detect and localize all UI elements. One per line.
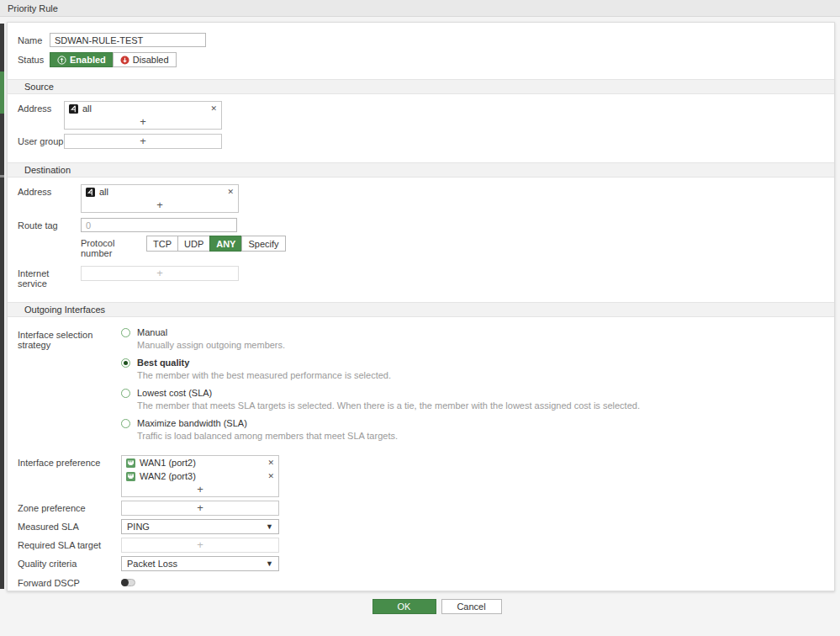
zone-preference-row: Zone preference + xyxy=(18,501,834,516)
destination-section-header: Destination xyxy=(8,162,834,178)
cancel-button[interactable]: Cancel xyxy=(441,599,502,614)
protocol-udp-button[interactable]: UDP xyxy=(177,236,210,252)
radio-desc: Traffic is load balanced among members t… xyxy=(137,431,640,441)
radio-desc: The member with the best measured perfor… xyxy=(137,370,640,380)
destination-address-box: all ✕ + xyxy=(81,184,239,213)
chevron-down-icon: ▼ xyxy=(266,559,273,568)
arrow-up-circle-icon xyxy=(57,56,66,65)
status-enabled-button[interactable]: Enabled xyxy=(50,52,114,67)
destination-address-add-button[interactable]: + xyxy=(82,199,238,212)
source-section-header: Source xyxy=(8,79,834,94)
remove-icon[interactable]: ✕ xyxy=(267,469,274,483)
radio-icon-selected xyxy=(121,358,130,368)
priority-rule-form: Name Status Enabled Disabled Source Addr… xyxy=(7,22,835,591)
ethernet-port-icon xyxy=(126,472,135,481)
interface-preference-add-button[interactable]: + xyxy=(122,483,278,496)
radio-label: Maximize bandwidth (SLA) xyxy=(137,418,247,428)
protocol-any-button[interactable]: ANY xyxy=(209,236,242,252)
protocol-number-row: Protocol number TCP UDP ANY Specify xyxy=(18,236,834,258)
forward-dscp-label: Forward DSCP xyxy=(18,575,121,588)
status-row: Status Enabled Disabled xyxy=(18,52,834,67)
internet-service-row: Internet service + xyxy=(18,266,834,289)
outgoing-section-header: Outgoing Interfaces xyxy=(8,302,834,317)
quality-criteria-label: Quality criteria xyxy=(18,556,121,569)
route-tag-input[interactable] xyxy=(81,218,237,232)
required-sla-target-box: + xyxy=(121,538,279,553)
user-group-add-button[interactable]: + xyxy=(65,135,221,148)
protocol-number-label: Protocol number xyxy=(81,236,146,258)
zone-preference-add-button[interactable]: + xyxy=(122,501,278,515)
protocol-tcp-button[interactable]: TCP xyxy=(146,236,178,252)
strategy-label: Interface selection strategy xyxy=(18,327,121,350)
name-label: Name xyxy=(18,33,50,45)
source-address-item[interactable]: all ✕ xyxy=(65,102,221,115)
radio-icon xyxy=(121,419,130,428)
measured-sla-row: Measured SLA PING ▼ xyxy=(18,519,834,534)
source-address-item-name: all xyxy=(82,103,92,114)
destination-address-label: Address xyxy=(18,184,81,197)
internet-service-add-button[interactable]: + xyxy=(82,267,238,280)
radio-best-quality[interactable]: Best quality xyxy=(121,358,640,368)
strategy-options: Manual Manually assign outgoing members.… xyxy=(121,327,640,448)
interface-item-name: WAN1 (port2) xyxy=(140,458,196,468)
name-input[interactable] xyxy=(50,33,206,47)
address-object-icon xyxy=(86,188,95,197)
source-address-row: Address all ✕ + xyxy=(18,101,834,130)
quality-criteria-row: Quality criteria Packet Loss ▼ xyxy=(18,556,834,571)
ok-button[interactable]: OK xyxy=(372,599,436,614)
status-disabled-label: Disabled xyxy=(133,55,169,65)
forward-dscp-row: Forward DSCP xyxy=(18,575,834,588)
user-group-row: User group + xyxy=(18,134,834,149)
user-group-label: User group xyxy=(18,134,64,146)
chevron-down-icon: ▼ xyxy=(266,522,273,531)
internet-service-label: Internet service xyxy=(18,266,81,289)
interface-preference-label: Interface preference xyxy=(18,455,121,468)
radio-desc: Manually assign outgoing members. xyxy=(137,340,640,350)
interface-item-wan1[interactable]: WAN1 (port2) ✕ xyxy=(122,456,278,469)
ethernet-port-icon xyxy=(126,458,135,468)
destination-address-item[interactable]: all ✕ xyxy=(82,185,238,199)
radio-maximize-bandwidth[interactable]: Maximize bandwidth (SLA) xyxy=(121,418,640,428)
radio-manual[interactable]: Manual xyxy=(121,327,640,337)
zone-preference-box: + xyxy=(121,501,279,516)
source-address-add-button[interactable]: + xyxy=(65,115,221,129)
status-disabled-button[interactable]: Disabled xyxy=(113,52,177,67)
address-object-icon xyxy=(69,104,78,114)
zone-preference-label: Zone preference xyxy=(18,501,121,513)
collapsed-sidebar-edge xyxy=(0,24,4,589)
radio-label: Manual xyxy=(137,327,167,337)
radio-icon xyxy=(121,389,130,398)
sidebar-divider xyxy=(0,175,4,178)
measured-sla-select[interactable]: PING ▼ xyxy=(121,519,279,534)
measured-sla-value: PING xyxy=(127,522,150,532)
strategy-option-lowest-cost: Lowest cost (SLA) The member that meets … xyxy=(121,388,640,411)
remove-icon[interactable]: ✕ xyxy=(210,102,217,115)
status-label: Status xyxy=(18,52,50,65)
route-tag-label: Route tag xyxy=(18,218,81,231)
protocol-number-group: TCP UDP ANY Specify xyxy=(146,236,286,252)
radio-icon xyxy=(121,328,130,337)
radio-label: Best quality xyxy=(137,358,189,368)
radio-label: Lowest cost (SLA) xyxy=(137,388,212,398)
name-row: Name xyxy=(18,33,834,47)
strategy-option-maximize-bandwidth: Maximize bandwidth (SLA) Traffic is load… xyxy=(121,418,640,441)
required-sla-target-label: Required SLA target xyxy=(18,538,121,550)
internet-service-box: + xyxy=(81,266,239,281)
radio-lowest-cost[interactable]: Lowest cost (SLA) xyxy=(121,388,640,398)
required-sla-target-add-button[interactable]: + xyxy=(122,538,278,552)
interface-item-name: WAN2 (port3) xyxy=(140,471,196,481)
dialog-title: Priority Rule xyxy=(0,0,840,17)
radio-desc: The member that meets SLA targets is sel… xyxy=(137,400,640,411)
protocol-specify-button[interactable]: Specify xyxy=(241,236,285,252)
quality-criteria-select[interactable]: Packet Loss ▼ xyxy=(121,556,279,571)
destination-address-row: Address all ✕ + xyxy=(18,184,834,213)
forward-dscp-toggle[interactable] xyxy=(121,579,135,586)
remove-icon[interactable]: ✕ xyxy=(227,185,234,199)
interface-preference-box: WAN1 (port2) ✕ WAN2 (port3) ✕ + xyxy=(121,455,279,497)
strategy-option-manual: Manual Manually assign outgoing members. xyxy=(121,327,640,350)
remove-icon[interactable]: ✕ xyxy=(267,456,274,469)
source-address-label: Address xyxy=(18,101,64,114)
user-group-box: + xyxy=(64,134,222,149)
status-enabled-label: Enabled xyxy=(70,55,106,65)
interface-item-wan2[interactable]: WAN2 (port3) ✕ xyxy=(122,469,278,483)
